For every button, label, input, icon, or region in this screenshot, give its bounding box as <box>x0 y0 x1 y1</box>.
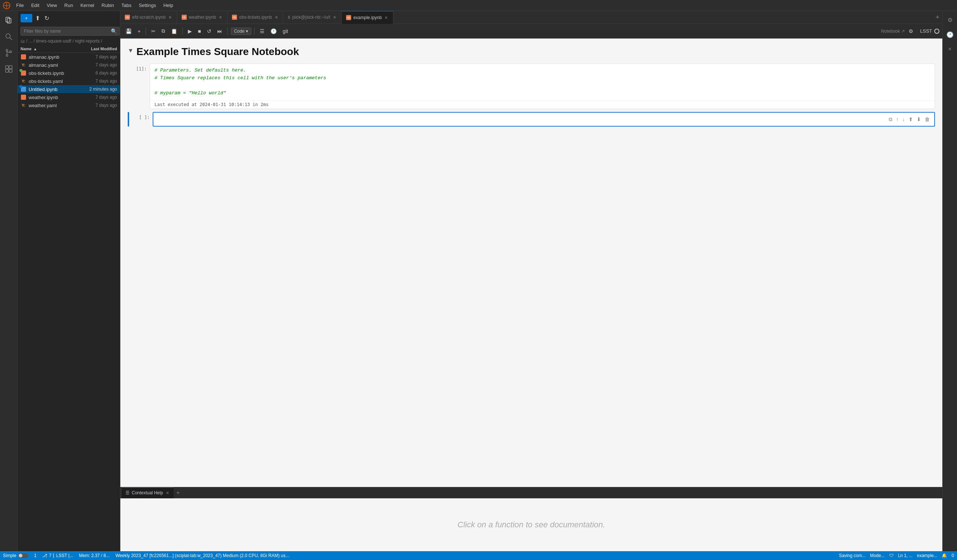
upload-button[interactable]: ⬆ <box>34 13 41 23</box>
bottom-tab-bar: ☰ Contextual Help × + <box>120 487 942 498</box>
tab-close-obs[interactable]: × <box>274 14 278 20</box>
tab-close-efd[interactable]: × <box>168 14 172 20</box>
mode-toggle[interactable] <box>18 553 28 558</box>
contextual-help-icon: ☰ <box>125 490 129 495</box>
add-cell-button[interactable]: + <box>136 27 143 36</box>
menu-run[interactable]: Run <box>61 2 76 9</box>
tab-efd-scratch[interactable]: nb efd-scratch.ipynb × <box>120 11 177 24</box>
bottom-panel-add[interactable]: + <box>174 489 183 496</box>
tab-obs-tickets[interactable]: nb obs-tickets.ipynb × <box>227 11 284 24</box>
list-item[interactable]: Y: weather.yaml 7 days ago <box>17 101 120 109</box>
run-button[interactable]: ▶ <box>186 27 194 36</box>
menu-rubin[interactable]: Rubin <box>99 2 117 9</box>
right-close-icon[interactable]: × <box>944 43 956 55</box>
cell-body-2[interactable]: ⧉ ↑ ↓ ⬆ ⬇ 🗑 <box>153 112 935 126</box>
add-above-button[interactable]: ⬆ <box>907 115 914 123</box>
menu-tabs[interactable]: Tabs <box>118 2 134 9</box>
save-button[interactable]: 💾 <box>123 27 134 36</box>
activity-extensions[interactable] <box>2 62 16 76</box>
move-down-button[interactable]: ↓ <box>901 115 906 123</box>
file-header-date[interactable]: Last Modified <box>91 47 117 51</box>
code-cell-1: [1]: # Parameters. Set defaults here. # … <box>128 63 935 109</box>
svg-point-3 <box>6 34 10 38</box>
app-logo <box>3 2 10 9</box>
file-type-icon <box>21 70 27 76</box>
file-name: obs-tickets.ipynb <box>28 71 93 76</box>
menu-kernel[interactable]: Kernel <box>77 2 97 9</box>
list-item[interactable]: Untitled.ipynb 2 minutes ago <box>17 85 120 93</box>
tab-close-example[interactable]: × <box>384 15 388 21</box>
notebook-label: Notebook ↗ <box>881 28 905 34</box>
svg-rect-9 <box>9 66 12 69</box>
file-name: obs-tickets.yaml <box>28 79 93 84</box>
clock-button[interactable]: 🕐 <box>268 27 279 36</box>
code-area-1[interactable]: # Parameters. Set defaults here. # Times… <box>150 64 935 100</box>
cell-content-1: # Parameters. Set defaults here. # Times… <box>150 63 935 109</box>
right-panel: nb efd-scratch.ipynb × nb weather.ipynb … <box>120 11 942 551</box>
kernel-select[interactable]: Code ▾ <box>231 27 252 35</box>
activity-files[interactable] <box>2 14 16 27</box>
refresh-button[interactable]: ↻ <box>43 13 51 23</box>
right-clock-icon[interactable]: 🕐 <box>944 28 956 40</box>
svg-rect-1 <box>6 17 9 22</box>
status-bell: 🔔 <box>941 553 947 558</box>
list-item[interactable]: Y: almanac.yaml 7 days ago <box>17 61 120 69</box>
status-mode[interactable]: Simple <box>3 553 28 558</box>
menu-settings[interactable]: Settings <box>136 2 159 9</box>
tab-close-weather[interactable]: × <box>218 14 223 20</box>
activity-search[interactable] <box>2 30 16 43</box>
stop-button[interactable]: ■ <box>196 27 203 36</box>
list-item[interactable]: almanac.ipynb 7 days ago <box>17 53 120 61</box>
move-up-button[interactable]: ↑ <box>895 115 900 123</box>
status-right: Saving com... Mode... 🛡 Ln 1, ... exampl… <box>839 553 954 558</box>
restart-button[interactable]: ↺ <box>205 27 213 36</box>
tab-icon: nb <box>182 15 187 20</box>
bottom-content: Click on a function to see documentation… <box>120 498 942 551</box>
tab-icon: nb <box>232 15 237 20</box>
tab-weather[interactable]: nb weather.ipynb × <box>177 11 227 24</box>
file-header-name[interactable]: Name ▲ <box>21 47 91 51</box>
tab-terminal[interactable]: $ jsick@jsick-nb:~/u/t × <box>283 11 342 24</box>
tab-close-terminal[interactable]: × <box>332 14 337 20</box>
menu-edit[interactable]: Edit <box>28 2 42 9</box>
menu-help[interactable]: Help <box>160 2 176 9</box>
view-mode-button[interactable]: ☰ <box>257 27 267 36</box>
status-saving: Saving com... <box>839 553 865 558</box>
status-mode-right: Mode... <box>870 553 885 558</box>
menu-file[interactable]: File <box>13 2 27 9</box>
code-cell-2: [ ]: ⧉ ↑ ↓ ⬆ ⬇ 🗑 <box>128 112 935 126</box>
cell-active-bar <box>128 112 129 126</box>
status-line: 1 <box>34 553 37 558</box>
toolbar-separator <box>254 27 255 35</box>
list-item[interactable]: obs-tickets.ipynb 6 days ago <box>17 69 120 77</box>
file-date: 7 days ago <box>95 54 117 60</box>
copy-button[interactable]: ⧉ <box>159 27 167 36</box>
file-type-icon: Y: <box>21 103 27 108</box>
file-type-icon <box>21 86 27 92</box>
menu-view[interactable]: View <box>44 2 60 9</box>
right-settings-icon[interactable]: ⚙ <box>944 14 956 26</box>
status-num3: 0 <box>952 553 954 558</box>
cut-button[interactable]: ✂ <box>149 27 158 36</box>
add-below-button[interactable]: ⬇ <box>915 115 922 123</box>
git-button[interactable]: git <box>280 27 290 36</box>
search-input[interactable] <box>21 27 120 36</box>
copy-cell-button[interactable]: ⧉ <box>887 115 894 123</box>
notebook-title: Example Times Square Notebook <box>136 46 299 58</box>
settings-button[interactable]: ⚙ <box>906 27 916 36</box>
activity-source-control[interactable] <box>2 46 16 60</box>
collapse-button[interactable]: ▼ <box>128 47 134 54</box>
sidebar: + ⬆ ↻ 🔍 🗂 / ... / times-square-usdf / ni… <box>17 11 120 551</box>
tab-example[interactable]: nb example.ipynb × <box>342 11 393 24</box>
contextual-help-close[interactable]: × <box>165 490 169 496</box>
list-item[interactable]: Y: obs-tickets.yaml 7 days ago <box>17 77 120 85</box>
skip-button[interactable]: ⏭ <box>215 27 224 36</box>
tab-add-button[interactable]: + <box>932 14 942 21</box>
svg-rect-11 <box>9 69 12 72</box>
cell-input-2[interactable] <box>153 114 884 125</box>
tab-contextual-help[interactable]: ☰ Contextual Help × <box>122 487 174 498</box>
list-item[interactable]: weather.ipynb 7 days ago <box>17 93 120 101</box>
new-button[interactable]: + <box>21 14 32 22</box>
delete-cell-button[interactable]: 🗑 <box>923 115 931 123</box>
paste-button[interactable]: 📋 <box>169 27 179 36</box>
